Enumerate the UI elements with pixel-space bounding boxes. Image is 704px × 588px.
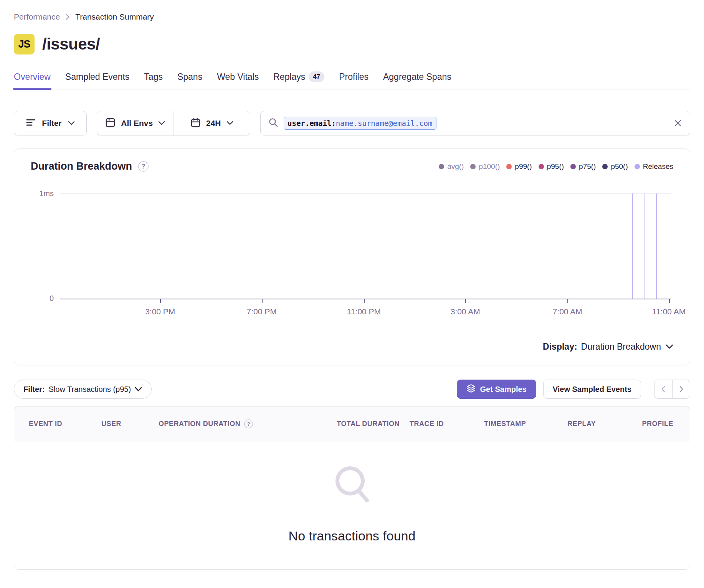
legend-dot [439, 164, 444, 169]
previous-page-button[interactable] [654, 380, 672, 399]
transaction-filter-label: Filter: [23, 385, 45, 394]
legend-dot [602, 164, 608, 169]
gridline [60, 193, 671, 194]
clear-search-icon[interactable] [674, 119, 682, 127]
display-value: Duration Breakdown [581, 342, 661, 352]
platform-icon-javascript: JS [14, 34, 35, 55]
tab-label: Aggregate Spans [383, 72, 451, 82]
legend-label: p95() [547, 162, 564, 171]
column-header-label: TIMESTAMP [484, 420, 526, 428]
display-label: Display: [543, 342, 577, 352]
layers-icon [466, 384, 476, 395]
legend-item-Releases[interactable]: Releases [635, 162, 673, 171]
legend-item-p99[interactable]: p99() [506, 162, 532, 171]
legend-label: p75() [579, 162, 596, 171]
tab-web-vitals[interactable]: Web Vitals [217, 72, 259, 89]
empty-state: No transactions found [14, 441, 690, 569]
chart-plot: 1ms 0 3:00 PM7:00 PM11:00 PM3:00 AM7:00 … [60, 193, 671, 299]
help-icon[interactable]: ? [244, 420, 253, 428]
x-axis-tick-label: 3:00 PM [145, 307, 175, 316]
legend-item-p50[interactable]: p50() [602, 162, 628, 171]
search-token[interactable]: user.email:name.surname@email.com [284, 117, 436, 130]
tab-spans[interactable]: Spans [177, 72, 202, 89]
window-icon [105, 117, 116, 129]
tab-label: Replays [273, 72, 305, 82]
chart-legend: avg()p100()p99()p95()p75()p50()Releases [439, 162, 673, 171]
search-icon [268, 117, 278, 129]
transaction-filter-value: Slow Transactions (p95) [49, 385, 131, 394]
breadcrumb-performance[interactable]: Performance [14, 12, 60, 21]
tab-aggregate-spans[interactable]: Aggregate Spans [383, 72, 451, 89]
x-axis-tick-label: 3:00 AM [451, 307, 480, 316]
chevron-down-icon [666, 344, 673, 349]
next-page-button[interactable] [672, 380, 690, 399]
column-header-label: REPLAY [567, 420, 596, 428]
pagination [654, 380, 690, 399]
column-header-total-duration: TOTAL DURATION [274, 420, 410, 428]
duration-breakdown-panel: Duration Breakdown ? avg()p100()p99()p95… [14, 149, 690, 365]
release-line [656, 193, 657, 299]
x-axis-tick [364, 299, 365, 303]
env-time-group: All Envs 24H [97, 111, 250, 135]
time-range-label: 24H [206, 119, 221, 128]
get-samples-label: Get Samples [480, 385, 527, 394]
legend-label: p100() [479, 162, 500, 171]
y-axis-label-max: 1ms [39, 189, 54, 198]
tab-profiles[interactable]: Profiles [339, 72, 369, 89]
filter-button-label: Filter [42, 119, 61, 128]
column-header-label: USER [101, 420, 121, 428]
column-header-trace-id: TRACE ID [410, 420, 484, 428]
magnifier-empty-icon [331, 464, 373, 512]
legend-item-p100[interactable]: p100() [470, 162, 500, 171]
page-header: JS /issues/ [14, 34, 690, 55]
chart-title: Duration Breakdown [31, 160, 132, 172]
filter-button[interactable]: Filter [14, 111, 87, 135]
environment-selector[interactable]: All Envs [97, 111, 174, 135]
x-axis-tick-label: 11:00 AM [652, 307, 686, 316]
y-axis-label-min: 0 [50, 294, 54, 303]
x-axis-tick [262, 299, 263, 303]
chevron-down-icon [135, 387, 142, 392]
x-axis-tick [669, 299, 670, 303]
column-header-user: USER [101, 420, 159, 428]
legend-dot [506, 164, 512, 169]
column-header-timestamp: TIMESTAMP [484, 420, 567, 428]
help-icon[interactable]: ? [138, 161, 149, 172]
get-samples-button[interactable]: Get Samples [457, 380, 536, 399]
search-query: user.email:name.surname@email.com [284, 117, 668, 130]
legend-label: Releases [643, 162, 673, 171]
transaction-filter-selector[interactable]: Filter: Slow Transactions (p95) [14, 380, 152, 399]
legend-item-p95[interactable]: p95() [539, 162, 564, 171]
search-token-key: user.email: [288, 119, 336, 127]
tab-sampled-events[interactable]: Sampled Events [65, 72, 129, 89]
release-line [632, 193, 633, 299]
tab-tags[interactable]: Tags [144, 72, 163, 89]
column-header-label: TOTAL DURATION [337, 420, 400, 428]
legend-label: avg() [447, 162, 464, 171]
tab-label: Tags [144, 72, 163, 82]
breadcrumb: Performance Transaction Summary [14, 0, 690, 21]
x-axis-tick [567, 299, 568, 303]
tab-replays[interactable]: Replays47 [273, 71, 324, 89]
tab-label: Web Vitals [217, 72, 259, 82]
tab-overview[interactable]: Overview [14, 72, 51, 89]
empty-state-text: No transactions found [289, 529, 416, 543]
x-axis-tick [160, 299, 161, 303]
tab-label: Overview [14, 72, 51, 82]
search-input[interactable]: user.email:name.surname@email.com [260, 111, 690, 135]
search-token-value: name.surname@email.com [336, 119, 433, 127]
samples-toolbar: Filter: Slow Transactions (p95) Get Samp… [14, 380, 690, 399]
legend-item-p75[interactable]: p75() [570, 162, 596, 171]
column-header-label: PROFILE [642, 420, 673, 428]
time-range-selector[interactable]: 24H [174, 111, 250, 135]
column-header-event-id: EVENT ID [29, 420, 101, 428]
column-header-label: TRACE ID [410, 420, 444, 428]
x-axis-tick-label: 7:00 AM [553, 307, 582, 316]
chart-footer: Display: Duration Breakdown [14, 328, 690, 365]
legend-item-avg[interactable]: avg() [439, 162, 464, 171]
display-selector[interactable]: Duration Breakdown [581, 342, 673, 352]
transaction-summary-page: Performance Transaction Summary JS /issu… [0, 0, 704, 570]
view-sampled-events-button[interactable]: View Sampled Events [543, 380, 641, 399]
legend-label: p50() [611, 162, 628, 171]
column-header-label: OPERATION DURATION [159, 420, 240, 428]
